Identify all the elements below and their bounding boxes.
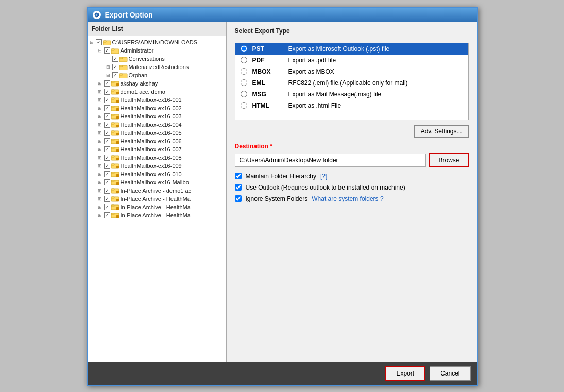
maintain-hierarchy-checkbox[interactable]	[235, 173, 242, 179]
item-checkbox-14[interactable]: ✓	[104, 196, 110, 202]
item-checkbox-1[interactable]: ✓	[104, 89, 110, 95]
item-expand-4[interactable]: ⊞	[98, 114, 104, 119]
tree-item-8[interactable]: ⊞ ✓ HealthMailbox-ex16-007	[88, 145, 226, 154]
item-checkbox-0[interactable]: ✓	[104, 80, 110, 87]
tree-item-6[interactable]: ⊞ ✓ HealthMailbox-ex16-005	[88, 129, 226, 137]
item-checkbox-3[interactable]: ✓	[104, 105, 110, 111]
tree-item-3[interactable]: ⊞ ✓ HealthMailbox-ex16-002	[88, 104, 226, 112]
svg-rect-3	[103, 41, 106, 42]
export-option-html[interactable]: HTML Export as .html File	[235, 100, 468, 111]
item-checkbox-15[interactable]: ✓	[104, 204, 110, 210]
admin-checkbox[interactable]: ✓	[104, 47, 110, 54]
adv-settings-button[interactable]: Adv. Settings...	[414, 125, 469, 138]
item-checkbox-12[interactable]: ✓	[104, 179, 110, 185]
tree-item-16[interactable]: ⊞ ✓ In-Place Archive - HealthMa	[88, 211, 226, 219]
browse-button[interactable]: Browse	[429, 153, 468, 167]
tree-item-7[interactable]: ⊞ ✓ HealthMailbox-ex16-006	[88, 137, 226, 145]
materialized-checkbox[interactable]: ✓	[112, 64, 118, 70]
export-button[interactable]: Export	[385, 366, 425, 381]
orphan-folder-icon	[119, 72, 128, 78]
item-checkbox-2[interactable]: ✓	[104, 97, 110, 103]
ignore-system-checkbox[interactable]	[235, 195, 242, 202]
export-option-eml[interactable]: EML RFC822 (.eml) file.(Applicable only …	[235, 77, 468, 89]
tree-item-0[interactable]: ⊞ ✓ akshay akshay	[88, 79, 226, 88]
export-option-mbox[interactable]: MBOX Export as MBOX	[235, 66, 468, 77]
item-checkbox-6[interactable]: ✓	[104, 130, 110, 136]
radio-html[interactable]	[241, 102, 247, 109]
item-expand-11[interactable]: ⊞	[98, 172, 104, 177]
item-expand-3[interactable]: ⊞	[98, 106, 104, 111]
cancel-button[interactable]: Cancel	[430, 366, 470, 381]
destination-required: *	[270, 143, 272, 150]
admin-expand[interactable]: ⊟	[98, 48, 104, 53]
materialized-folder-icon	[119, 64, 128, 70]
tree-item-9[interactable]: ⊞ ✓ HealthMailbox-ex16-008	[88, 154, 226, 162]
item-checkbox-8[interactable]: ✓	[104, 146, 110, 152]
export-option-pst[interactable]: PST Export as Microsoft Outlook (.pst) f…	[235, 43, 468, 55]
item-expand-15[interactable]: ⊞	[98, 204, 104, 210]
tree-item-5[interactable]: ⊞ ✓ HealthMailbox-ex16-004	[88, 121, 226, 129]
conversations-checkbox[interactable]: ✓	[112, 56, 118, 62]
radio-msg[interactable]	[241, 91, 247, 97]
what-are-system-folders-link[interactable]: What are system folders ?	[312, 195, 383, 202]
tree-item-15[interactable]: ⊞ ✓ In-Place Archive - HealthMa	[88, 203, 226, 211]
item-expand-16[interactable]: ⊞	[98, 213, 104, 218]
tree-item-12[interactable]: ⊞ ✓ HealthMailbox-ex16-Mailbo	[88, 178, 226, 186]
item-checkbox-16[interactable]: ✓	[104, 212, 110, 218]
tree-administrator[interactable]: ⊟ ✓ Administrator	[88, 46, 226, 55]
item-checkbox-7[interactable]: ✓	[104, 138, 110, 144]
radio-pst[interactable]	[241, 45, 247, 52]
item-expand-14[interactable]: ⊞	[98, 196, 104, 201]
item-checkbox-10[interactable]: ✓	[104, 163, 110, 169]
maintain-hierarchy-help[interactable]: [?]	[320, 173, 327, 180]
item-expand-0[interactable]: ⊞	[98, 81, 104, 86]
tree-item-1[interactable]: ⊞ ✓ demo1 acc. demo	[88, 88, 226, 96]
orphan-expand[interactable]: ⊞	[106, 73, 112, 78]
item-checkbox-9[interactable]: ✓	[104, 155, 110, 161]
tree-conversations[interactable]: ✓ Conversations	[88, 55, 226, 63]
item-expand-10[interactable]: ⊞	[98, 163, 104, 168]
folder-tree[interactable]: ⊟ ✓ C:\USERS\ADMIN\DOWNLOADS ⊟ ✓ Adminis…	[88, 36, 226, 362]
item-label-6: HealthMailbox-ex16-005	[121, 130, 182, 136]
tree-item-13[interactable]: ⊞ ✓ In-Place Archive - demo1 ac	[88, 186, 226, 195]
svg-rect-44	[116, 166, 119, 168]
item-expand-5[interactable]: ⊞	[98, 122, 104, 127]
materialized-expand[interactable]: ⊞	[106, 64, 112, 70]
use-outlook-checkbox[interactable]	[235, 184, 242, 191]
tree-item-14[interactable]: ⊞ ✓ In-Place Archive - HealthMa	[88, 195, 226, 203]
tree-root[interactable]: ⊟ ✓ C:\USERS\ADMIN\DOWNLOADS	[88, 38, 226, 46]
orphan-checkbox[interactable]: ✓	[112, 72, 118, 78]
destination-input[interactable]	[235, 154, 426, 167]
item-expand-8[interactable]: ⊞	[98, 147, 104, 152]
item-expand-9[interactable]: ⊞	[98, 155, 104, 160]
item-checkbox-11[interactable]: ✓	[104, 171, 110, 177]
item-checkbox-13[interactable]: ✓	[104, 188, 110, 194]
item-expand-13[interactable]: ⊞	[98, 188, 104, 193]
svg-rect-19	[111, 98, 114, 99]
tree-materialized[interactable]: ⊞ ✓ MaterializedRestrictions	[88, 63, 226, 71]
root-checkbox[interactable]: ✓	[96, 39, 102, 45]
item-checkbox-5[interactable]: ✓	[104, 122, 110, 128]
export-option-msg[interactable]: MSG Export as Mail Message(.msg) file	[235, 89, 468, 100]
tree-orphan[interactable]: ⊞ ✓ Orphan	[88, 71, 226, 79]
item-expand-12[interactable]: ⊞	[98, 180, 104, 185]
radio-mbox[interactable]	[241, 68, 247, 75]
item-expand-1[interactable]: ⊞	[98, 89, 104, 94]
use-outlook-label: Use Outlook (Requires outlook to be inst…	[246, 184, 405, 191]
export-option-pdf[interactable]: PDF Export as .pdf file	[235, 55, 468, 66]
item-label-16: In-Place Archive - HealthMa	[121, 212, 191, 218]
root-expand[interactable]: ⊟	[90, 40, 96, 45]
tree-item-4[interactable]: ⊞ ✓ HealthMailbox-ex16-003	[88, 112, 226, 121]
mailbox-icon-9	[111, 155, 119, 161]
svg-rect-13	[111, 81, 114, 83]
item-expand-6[interactable]: ⊞	[98, 130, 104, 135]
item-expand-7[interactable]: ⊞	[98, 139, 104, 144]
item-expand-2[interactable]: ⊞	[98, 97, 104, 103]
item-checkbox-4[interactable]: ✓	[104, 113, 110, 120]
radio-eml[interactable]	[241, 79, 247, 86]
radio-pdf[interactable]	[241, 57, 247, 63]
item-label-1: demo1 acc. demo	[121, 89, 165, 95]
tree-item-10[interactable]: ⊞ ✓ HealthMailbox-ex16-009	[88, 162, 226, 170]
tree-item-11[interactable]: ⊞ ✓ HealthMailbox-ex16-010	[88, 170, 226, 178]
tree-item-2[interactable]: ⊞ ✓ HealthMailbox-ex16-001	[88, 96, 226, 104]
